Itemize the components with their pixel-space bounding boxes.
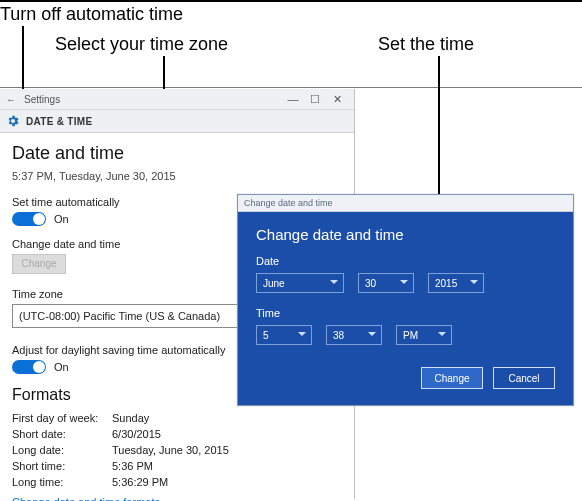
month-select[interactable]: June	[256, 273, 344, 293]
chevron-down-icon	[367, 329, 377, 341]
ampm-select[interactable]: PM	[396, 325, 452, 345]
page-title: Date and time	[12, 143, 342, 164]
dialog-title: Change date and time	[256, 226, 555, 243]
long-date-label: Long date:	[12, 444, 112, 456]
long-time-value: 5:36:29 PM	[112, 476, 168, 488]
dialog-date-label: Date	[256, 255, 555, 267]
back-icon[interactable]: ←	[6, 94, 16, 105]
close-button[interactable]: ✕	[326, 93, 348, 106]
short-date-value: 6/30/2015	[112, 428, 161, 440]
callout-set-time: Set the time	[378, 34, 474, 55]
dialog-titlebar[interactable]: Change date and time	[238, 195, 573, 212]
chevron-down-icon	[469, 277, 479, 289]
day-select[interactable]: 30	[358, 273, 414, 293]
chevron-down-icon	[399, 277, 409, 289]
page-border-top	[0, 0, 582, 2]
minute-value: 38	[333, 330, 344, 341]
day-value: 30	[365, 278, 376, 289]
change-datetime-dialog: Change date and time Change date and tim…	[237, 194, 574, 406]
divider	[0, 87, 582, 88]
auto-time-state: On	[54, 213, 69, 225]
long-time-label: Long time:	[12, 476, 112, 488]
first-day-label: First day of week:	[12, 412, 112, 424]
year-select[interactable]: 2015	[428, 273, 484, 293]
month-value: June	[263, 278, 285, 289]
change-datetime-button[interactable]: Change	[12, 254, 66, 274]
minute-select[interactable]: 38	[326, 325, 382, 345]
settings-header: DATE & TIME	[0, 110, 354, 133]
timezone-select[interactable]: (UTC-08:00) Pacific Time (US & Canada)	[12, 304, 270, 328]
minimize-button[interactable]: ―	[282, 93, 304, 105]
dialog-change-button[interactable]: Change	[421, 367, 483, 389]
short-time-label: Short time:	[12, 460, 112, 472]
short-date-label: Short date:	[12, 428, 112, 440]
hour-select[interactable]: 5	[256, 325, 312, 345]
settings-app-name: Settings	[24, 94, 60, 105]
chevron-down-icon	[329, 277, 339, 289]
dst-toggle[interactable]	[12, 360, 46, 374]
chevron-down-icon	[297, 329, 307, 341]
dst-state: On	[54, 361, 69, 373]
callout-timezone: Select your time zone	[55, 34, 228, 55]
settings-titlebar[interactable]: ← Settings ― ☐ ✕	[0, 89, 354, 110]
arrow-set-time	[438, 56, 440, 212]
first-day-value: Sunday	[112, 412, 149, 424]
chevron-down-icon	[437, 329, 447, 341]
hour-value: 5	[263, 330, 269, 341]
timezone-value: (UTC-08:00) Pacific Time (US & Canada)	[19, 310, 220, 322]
settings-header-title: DATE & TIME	[26, 116, 92, 127]
long-date-value: Tuesday, June 30, 2015	[112, 444, 229, 456]
change-formats-link[interactable]: Change date and time formats	[12, 496, 160, 501]
auto-time-toggle[interactable]	[12, 212, 46, 226]
year-value: 2015	[435, 278, 457, 289]
ampm-value: PM	[403, 330, 418, 341]
short-time-value: 5:36 PM	[112, 460, 153, 472]
dialog-cancel-button[interactable]: Cancel	[493, 367, 555, 389]
dialog-time-label: Time	[256, 307, 555, 319]
gear-icon	[6, 114, 20, 128]
current-datetime: 5:37 PM, Tuesday, June 30, 2015	[12, 170, 342, 182]
maximize-button[interactable]: ☐	[304, 93, 326, 106]
callout-auto-time: Turn off automatic time	[0, 4, 183, 25]
